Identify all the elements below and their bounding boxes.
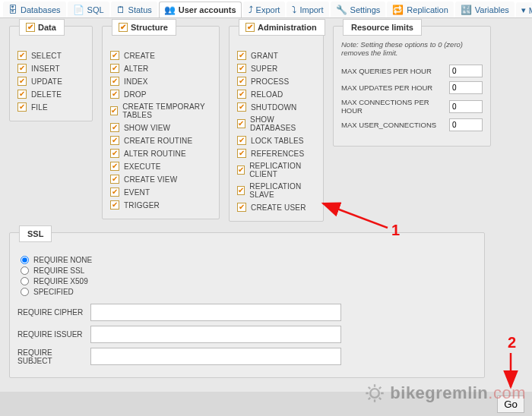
check-icon[interactable]: ✔	[237, 136, 246, 145]
privilege-label: ALTER ROUTINE	[124, 150, 186, 158]
ssl-option[interactable]: REQUIRE NONE	[21, 256, 477, 264]
privilege-item[interactable]: ✔EVENT	[110, 188, 211, 197]
privilege-item[interactable]: ✔LOCK TABLES	[237, 136, 315, 145]
check-icon[interactable]: ✔	[237, 102, 246, 112]
tab-databases[interactable]: 🗄Databases	[3, 2, 66, 17]
check-icon[interactable]: ✔	[17, 90, 27, 99]
tab-settings[interactable]: 🔧Settings	[331, 2, 386, 17]
privilege-item[interactable]: ✔PROCESS	[237, 77, 315, 86]
privilege-item[interactable]: ✔REPLICATION CLIENT	[237, 162, 315, 178]
ssl-text-label: REQUIRE CIPHER	[17, 308, 86, 317]
check-icon[interactable]: ✔	[17, 77, 27, 86]
check-icon[interactable]: ✔	[110, 188, 119, 197]
privilege-item[interactable]: ✔DROP	[110, 90, 211, 99]
privilege-item[interactable]: ✔DELETE	[17, 90, 84, 99]
tab-import[interactable]: ⤵Import	[287, 2, 328, 17]
privilege-item[interactable]: ✔SHOW DATABASES	[237, 115, 315, 132]
check-icon[interactable]: ✔	[110, 64, 119, 73]
ssl-text-input[interactable]	[90, 326, 341, 343]
tab-export[interactable]: ⤴Export	[243, 2, 286, 17]
check-icon[interactable]: ✔	[237, 77, 246, 86]
svg-point-2	[370, 389, 379, 398]
privilege-item[interactable]: ✔FILE	[17, 102, 84, 112]
resource-input[interactable]	[449, 81, 483, 94]
resource-input[interactable]	[449, 100, 483, 113]
check-icon[interactable]: ✔	[237, 119, 245, 128]
tab-label: More	[529, 6, 532, 15]
tab-variables[interactable]: 🔣Variables	[455, 2, 515, 17]
privilege-item[interactable]: ✔CREATE TEMPORARY TABLES	[110, 102, 211, 119]
check-icon[interactable]: ✔	[110, 51, 119, 60]
check-icon[interactable]: ✔	[110, 90, 119, 99]
ssl-option[interactable]: SPECIFIED	[21, 288, 477, 296]
check-icon[interactable]: ✔	[110, 123, 119, 132]
check-icon[interactable]: ✔	[237, 149, 246, 158]
check-icon[interactable]: ✔	[237, 165, 245, 175]
privilege-item[interactable]: ✔ALTER ROUTINE	[110, 149, 211, 158]
check-icon[interactable]: ✔	[237, 186, 245, 195]
ssl-panel: SSL REQUIRE NONEREQUIRE SSLREQUIRE X509S…	[9, 232, 485, 378]
privilege-item[interactable]: ✔CREATE	[110, 51, 211, 60]
check-icon[interactable]: ✔	[237, 64, 246, 73]
tab-status[interactable]: 🗒Status	[111, 2, 157, 17]
check-icon[interactable]: ✔	[110, 175, 119, 184]
privilege-item[interactable]: ✔SHOW VIEW	[110, 123, 211, 132]
check-icon[interactable]: ✔	[237, 90, 246, 99]
ssl-text-input[interactable]	[90, 348, 341, 365]
privilege-item[interactable]: ✔TRIGGER	[110, 200, 211, 210]
privilege-item[interactable]: ✔SUPER	[237, 64, 315, 73]
tab-user-accounts[interactable]: 👥User accounts	[159, 2, 242, 17]
annotation-2: 2	[508, 334, 516, 351]
privilege-label: CREATE	[124, 52, 155, 60]
check-icon[interactable]: ✔	[17, 51, 27, 60]
ssl-radio[interactable]	[21, 277, 29, 285]
privilege-item[interactable]: ✔CREATE ROUTINE	[110, 136, 211, 145]
privilege-item[interactable]: ✔GRANT	[237, 51, 315, 60]
check-icon[interactable]: ✔	[110, 162, 119, 171]
ssl-radio[interactable]	[21, 256, 29, 264]
check-icon[interactable]: ✔	[245, 23, 255, 32]
ssl-option[interactable]: REQUIRE X509	[21, 277, 477, 285]
ssl-text-input[interactable]	[90, 304, 341, 321]
privilege-label: DROP	[124, 90, 147, 99]
check-icon[interactable]: ✔	[237, 51, 246, 60]
import-icon: ⤵	[292, 5, 296, 15]
check-icon[interactable]: ✔	[110, 136, 119, 145]
check-icon[interactable]: ✔	[17, 64, 27, 73]
check-icon[interactable]: ✔	[110, 149, 119, 158]
content-area: ✔ Data ✔SELECT✔INSERT✔UPDATE✔DELETE✔FILE…	[0, 18, 532, 386]
resource-input[interactable]	[449, 65, 483, 77]
privilege-item[interactable]: ✔INDEX	[110, 77, 211, 86]
tab-sql[interactable]: 📄SQL	[68, 2, 109, 17]
privilege-item[interactable]: ✔EXECUTE	[110, 162, 211, 171]
resource-input[interactable]	[449, 118, 483, 131]
ssl-option[interactable]: REQUIRE SSL	[21, 266, 477, 275]
privilege-item[interactable]: ✔CREATE USER	[237, 203, 315, 212]
privilege-item[interactable]: ✔INSERT	[17, 64, 84, 73]
privilege-item[interactable]: ✔REFERENCES	[237, 149, 315, 158]
group-legend-admin[interactable]: ✔ Administration	[239, 19, 325, 36]
privilege-item[interactable]: ✔RELOAD	[237, 90, 315, 99]
check-icon[interactable]: ✔	[119, 23, 128, 32]
privilege-item[interactable]: ✔SELECT	[17, 51, 84, 60]
privilege-label: CREATE TEMPORARY TABLES	[122, 102, 211, 119]
tab-replication[interactable]: 🔁Replication	[387, 2, 453, 17]
privilege-item[interactable]: ✔CREATE VIEW	[110, 175, 211, 184]
check-icon[interactable]: ✔	[110, 200, 119, 210]
check-icon[interactable]: ✔	[17, 102, 27, 112]
check-icon[interactable]: ✔	[237, 203, 246, 212]
privilege-label: SHOW VIEW	[124, 124, 170, 132]
privilege-item[interactable]: ✔ALTER	[110, 64, 211, 73]
group-legend-data[interactable]: ✔ Data	[19, 19, 65, 36]
privilege-item[interactable]: ✔REPLICATION SLAVE	[237, 182, 315, 199]
check-icon[interactable]: ✔	[26, 23, 35, 32]
check-icon[interactable]: ✔	[110, 77, 119, 86]
privilege-item[interactable]: ✔SHUTDOWN	[237, 102, 315, 112]
check-icon[interactable]: ✔	[110, 106, 118, 115]
privilege-item[interactable]: ✔UPDATE	[17, 77, 84, 86]
ssl-radio[interactable]	[21, 288, 29, 296]
tab-more[interactable]: ▾ More	[516, 2, 532, 17]
ssl-radio[interactable]	[21, 266, 29, 275]
group-legend-structure[interactable]: ✔ Structure	[112, 19, 176, 36]
ssl-option-label: REQUIRE SSL	[33, 266, 84, 275]
